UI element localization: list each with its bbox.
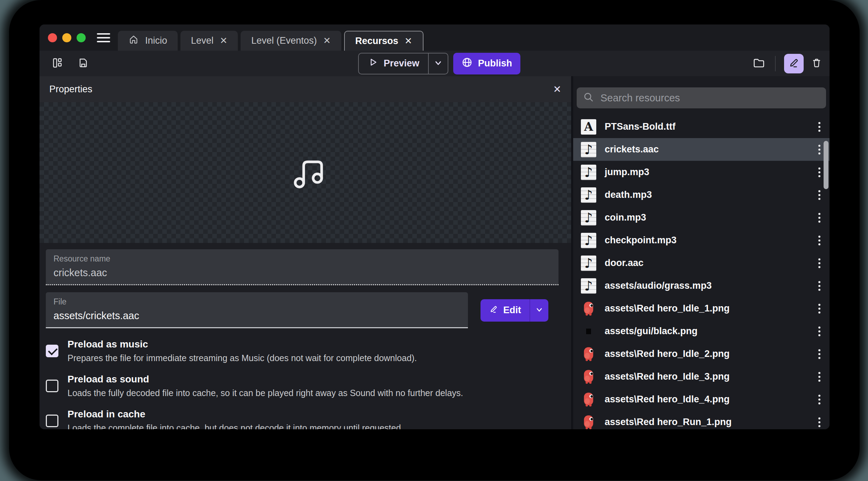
sprite-image-icon — [581, 369, 596, 385]
pencil-icon — [489, 304, 498, 316]
window-minimize-button[interactable] — [62, 33, 71, 42]
preload-sound-checkbox[interactable] — [46, 380, 58, 392]
audio-file-icon — [581, 278, 596, 294]
save-button[interactable] — [75, 56, 91, 72]
item-menu-icon[interactable] — [818, 417, 820, 419]
tab-recursos[interactable]: Recursos ✕ — [344, 31, 424, 51]
item-menu-icon[interactable] — [818, 145, 820, 147]
preview-dropdown-button[interactable] — [429, 58, 448, 69]
image-icon — [581, 324, 596, 339]
preload-music-checkbox[interactable] — [46, 345, 58, 357]
tab-close-icon[interactable]: ✕ — [405, 36, 412, 46]
list-item[interactable]: assets/audio/grass.mp3 — [573, 274, 830, 297]
resources-panel: PTSans-Bold.ttf crickets.aac jump.mp3 de… — [573, 76, 830, 429]
list-item[interactable]: death.mp3 — [573, 184, 830, 206]
list-item[interactable]: coin.mp3 — [573, 206, 830, 229]
search-input[interactable] — [600, 92, 820, 104]
list-item[interactable]: assets/gui/black.png — [573, 320, 830, 343]
trash-icon — [811, 57, 822, 70]
search-icon — [583, 92, 594, 104]
publish-label: Publish — [478, 58, 512, 69]
item-menu-icon[interactable] — [818, 213, 820, 215]
option-label: Preload as music — [67, 339, 417, 350]
app-window: Inicio Level ✕ Level (Eventos) ✕ Recurso… — [40, 24, 830, 429]
resource-name: death.mp3 — [605, 189, 652, 200]
edit-dropdown-button[interactable] — [530, 306, 548, 315]
item-menu-icon[interactable] — [818, 372, 820, 374]
list-item[interactable]: assets\Red hero_Run_1.png — [573, 411, 830, 429]
home-icon — [128, 34, 139, 47]
open-project-folder-button[interactable] — [750, 56, 767, 72]
list-item[interactable]: PTSans-Bold.ttf — [573, 115, 830, 138]
font-file-icon — [581, 119, 596, 135]
search-bar[interactable] — [577, 87, 826, 108]
play-icon — [368, 57, 378, 70]
tab-label: Level (Eventos) — [251, 35, 317, 46]
resource-name: coin.mp3 — [605, 212, 646, 223]
item-menu-icon[interactable] — [818, 349, 820, 351]
preload-cache-checkbox[interactable] — [46, 415, 58, 427]
sprite-image-icon — [581, 415, 596, 430]
item-menu-icon[interactable] — [818, 326, 820, 329]
resource-name: crickets.aac — [605, 144, 659, 155]
item-menu-icon[interactable] — [818, 281, 820, 283]
item-menu-icon[interactable] — [818, 236, 820, 238]
tab-close-icon[interactable]: ✕ — [220, 35, 228, 46]
tab-level-eventos[interactable]: Level (Eventos) ✕ — [241, 31, 341, 51]
preview-button[interactable]: Preview — [358, 53, 448, 74]
sprite-image-icon — [581, 301, 596, 316]
toggle-panels-button[interactable] — [49, 56, 65, 72]
publish-button[interactable]: Publish — [453, 53, 520, 74]
resource-name: assets\Red hero_Idle_1.png — [605, 303, 730, 314]
item-menu-icon[interactable] — [818, 395, 820, 397]
tab-close-icon[interactable]: ✕ — [323, 35, 331, 46]
tab-inicio[interactable]: Inicio — [118, 31, 178, 51]
list-item[interactable]: assets\Red hero_Idle_2.png — [573, 343, 830, 365]
resource-name: assets\Red hero_Idle_2.png — [605, 349, 730, 359]
option-description: Prepares the file for immediate streamin… — [67, 353, 417, 363]
list-item[interactable]: assets\Red hero_Idle_1.png — [573, 297, 830, 320]
list-item[interactable]: door.aac — [573, 252, 830, 274]
resource-name-label: Resource name — [54, 254, 551, 264]
hamburger-menu-button[interactable] — [97, 33, 110, 42]
sprite-image-icon — [581, 392, 596, 407]
content-area: Properties ✕ Resource name crickets.aac … — [40, 76, 830, 429]
audio-file-icon — [581, 165, 596, 180]
edit-file-button[interactable]: Edit — [481, 299, 548, 322]
option-label: Preload as sound — [67, 374, 463, 385]
close-icon[interactable]: ✕ — [553, 84, 561, 95]
file-field[interactable]: File assets/crickets.aac — [46, 292, 468, 328]
list-item[interactable]: jump.mp3 — [573, 161, 830, 184]
list-item[interactable]: assets\Red hero_Idle_3.png — [573, 365, 830, 388]
list-item[interactable]: assets\Red hero_Idle_4.png — [573, 388, 830, 411]
resource-name: assets/gui/black.png — [605, 326, 698, 337]
item-menu-icon[interactable] — [818, 122, 820, 124]
window-close-button[interactable] — [48, 33, 57, 42]
item-menu-icon[interactable] — [818, 190, 820, 192]
resource-name: assets/audio/grass.mp3 — [605, 280, 712, 291]
preload-music-option: Preload as music Prepares the file for i… — [46, 339, 558, 363]
option-label: Preload in cache — [67, 409, 403, 420]
tab-label: Inicio — [145, 35, 167, 46]
window-zoom-button[interactable] — [77, 33, 86, 42]
tab-level[interactable]: Level ✕ — [180, 31, 238, 51]
folder-icon — [752, 57, 765, 71]
edit-mode-button[interactable] — [784, 54, 804, 73]
delete-button[interactable] — [809, 56, 825, 72]
toolbar: Preview Publish — [40, 51, 830, 76]
audio-preview-area — [40, 102, 571, 243]
properties-fields: Resource name crickets.aac File assets/c… — [40, 243, 571, 429]
list-item[interactable]: checkpoint.mp3 — [573, 229, 830, 252]
item-menu-icon[interactable] — [818, 258, 820, 260]
scrollbar-thumb[interactable] — [824, 141, 828, 189]
preview-label: Preview — [384, 58, 419, 69]
audio-file-icon — [581, 187, 596, 203]
resource-name-field[interactable]: Resource name crickets.aac — [46, 249, 558, 285]
save-icon — [78, 57, 89, 70]
item-menu-icon[interactable] — [818, 304, 820, 306]
properties-title: Properties — [49, 84, 92, 95]
item-menu-icon[interactable] — [818, 167, 820, 170]
list-item[interactable]: crickets.aac — [573, 138, 830, 161]
tab-label: Recursos — [355, 36, 398, 46]
music-note-icon — [286, 152, 325, 193]
